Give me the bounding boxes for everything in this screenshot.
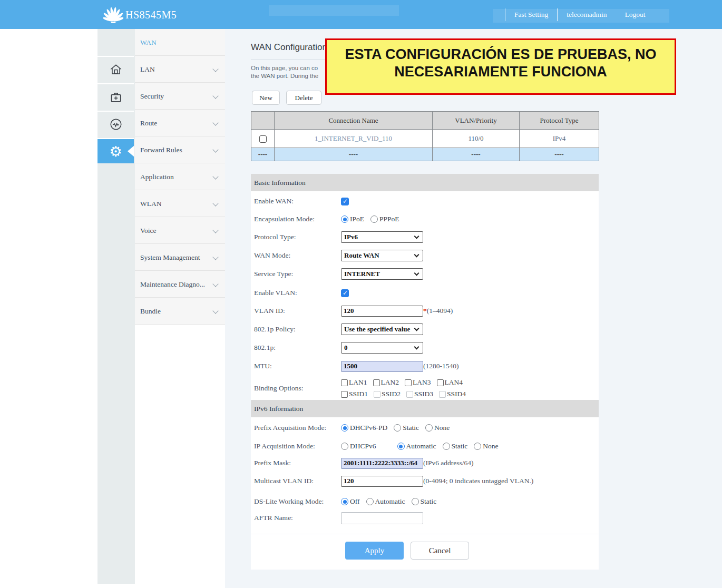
logout-link[interactable]: Logout [616, 11, 655, 19]
new-button[interactable]: New [252, 91, 280, 105]
gear-icon: ⚙ [109, 144, 122, 159]
enable-wan-checkbox[interactable] [341, 198, 349, 205]
radio-label: DHCPv6 [350, 442, 376, 450]
sidebar-item-application[interactable]: Application [135, 163, 225, 190]
column-header-vlan-priority: VLAN/Priority [433, 112, 520, 130]
rail-tab-settings[interactable]: ⚙ [97, 138, 134, 163]
chevron-down-icon [414, 345, 419, 350]
annotation-line: NECESARIAMENTE FUNCIONA [394, 63, 607, 81]
apply-button[interactable]: Apply [345, 542, 404, 560]
top-header: HS8545M5 Fast Setting telecomadmin Logou… [0, 0, 722, 29]
chevron-down-icon [414, 252, 419, 258]
table-row-selected[interactable]: ---- ---- ---- ---- [251, 148, 599, 161]
selected-option: Route WAN [344, 251, 379, 259]
lan4-checkbox[interactable] [437, 379, 444, 386]
delete-button[interactable]: Delete [286, 91, 321, 105]
checkbox-label: LAN3 [413, 378, 431, 387]
sidebar-item-forward-rules[interactable]: Forward Rules [135, 136, 225, 163]
multicast-vlan-input[interactable] [341, 476, 423, 487]
radio-label: Automatic [406, 442, 436, 450]
radio-label: Static [452, 442, 468, 450]
dslite-off-radio[interactable] [341, 498, 348, 505]
placeholder-cell: ---- [275, 148, 433, 161]
rail-tab-home[interactable] [97, 56, 134, 82]
annotation-line: ESTA CONFIGURACIÓN ES DE PRUEBAS, NO [345, 46, 656, 63]
dslite-automatic-radio[interactable] [366, 498, 374, 505]
sidebar-item-security[interactable]: Security [135, 83, 225, 110]
sidebar-item-voice[interactable]: Voice [135, 217, 225, 244]
ipoe-radio[interactable] [341, 215, 348, 223]
ssid3-checkbox[interactable] [406, 391, 413, 398]
prefix-static-radio[interactable] [394, 424, 401, 432]
lan1-checkbox[interactable] [341, 379, 348, 386]
pppoe-radio[interactable] [370, 215, 378, 223]
ip-none-radio[interactable] [474, 443, 481, 450]
ssid1-checkbox[interactable] [341, 391, 348, 398]
sidebar-item-wan[interactable]: WAN [135, 29, 225, 56]
rail-tab-status[interactable] [97, 111, 134, 137]
service-type-select[interactable]: INTERNET [341, 268, 423, 280]
sidebar-item-label: WLAN [140, 200, 162, 208]
protocol-type-select[interactable]: IPv6 [341, 231, 423, 243]
vlan-priority-value: 110/0 [433, 130, 520, 148]
ssid4-checkbox[interactable] [439, 391, 446, 398]
checkbox-label: SSID4 [447, 390, 466, 398]
sidebar-item-route[interactable]: Route [135, 110, 225, 136]
connection-name-link[interactable]: 1_INTERNET_R_VID_110 [275, 130, 433, 148]
radio-label: Automatic [375, 497, 405, 506]
sidebar-item-system-management[interactable]: System Management [135, 244, 225, 271]
dot1p-policy-select[interactable]: Use the specified value [341, 324, 423, 335]
dslite-static-radio[interactable] [412, 498, 419, 505]
sidebar-item-wlan[interactable]: WLAN [135, 190, 225, 217]
sidebar-item-label: Maintenance Diagno... [140, 280, 205, 288]
table-row: 1_INTERNET_R_VID_110 110/0 IPv4 [251, 130, 599, 148]
service-type-row: Service Type: INTERNET [254, 268, 423, 280]
prefix-none-radio[interactable] [425, 424, 433, 432]
row-select-checkbox[interactable] [259, 135, 267, 143]
sidebar-item-maintenance-diagnosis[interactable]: Maintenance Diagno... [135, 271, 225, 298]
chevron-down-icon [212, 227, 218, 233]
field-label: Enable VLAN: [254, 289, 341, 297]
lan2-checkbox[interactable] [373, 379, 380, 386]
chevron-down-icon [212, 66, 218, 72]
field-label: Protocol Type: [254, 233, 341, 241]
field-label: Service Type: [254, 270, 341, 278]
cancel-button[interactable]: Cancel [411, 542, 469, 560]
ipv6-information-header: IPv6 Information [251, 400, 599, 417]
mtu-input[interactable] [341, 361, 423, 372]
rail-tab-maintenance[interactable] [97, 83, 134, 110]
prefix-mask-input[interactable] [341, 458, 423, 469]
sidebar-item-bundle[interactable]: Bundle [135, 298, 225, 325]
wan-mode-select[interactable]: Route WAN [341, 250, 423, 261]
fast-setting-link[interactable]: Fast Setting [505, 11, 557, 19]
required-asterisk: * [423, 307, 427, 315]
sidebar-item-label: Application [140, 173, 174, 181]
ip-static-radio[interactable] [443, 443, 450, 450]
radio-label: Static [421, 497, 437, 506]
checkbox-label: LAN4 [445, 378, 463, 387]
sidebar-item-label: Bundle [140, 307, 161, 315]
radio-label: None [483, 442, 498, 450]
header-highlight-strip [269, 5, 399, 16]
field-label: Enable WAN: [254, 197, 341, 205]
enable-vlan-checkbox[interactable] [341, 289, 349, 297]
binding-ssid-row: SSID1 SSID2 SSID3 SSID4 [341, 388, 472, 400]
sidebar-item-label: LAN [140, 65, 155, 73]
sidebar-item-lan[interactable]: LAN [135, 56, 225, 83]
sidebar-item-label: WAN [140, 38, 157, 46]
ssid2-checkbox[interactable] [374, 391, 380, 398]
dot1p-select[interactable]: 0 [341, 342, 423, 354]
dot1p-policy-row: 802.1p Policy: Use the specified value [254, 323, 423, 336]
huawei-logo-icon [103, 5, 123, 26]
vlan-id-input[interactable] [341, 306, 423, 317]
username-link[interactable]: telecomadmin [558, 11, 616, 19]
first-aid-kit-icon [109, 90, 123, 104]
ip-automatic-radio[interactable] [397, 443, 405, 450]
field-label: AFTR Name: [254, 514, 341, 522]
wan-config-form: Basic Information Enable WAN: Encapsulat… [251, 174, 599, 570]
aftr-name-input[interactable] [341, 512, 423, 524]
gauge-icon [109, 117, 123, 131]
dhcpv6-pd-radio[interactable] [341, 424, 348, 432]
dhcpv6-radio[interactable] [341, 443, 348, 450]
lan3-checkbox[interactable] [405, 379, 412, 386]
